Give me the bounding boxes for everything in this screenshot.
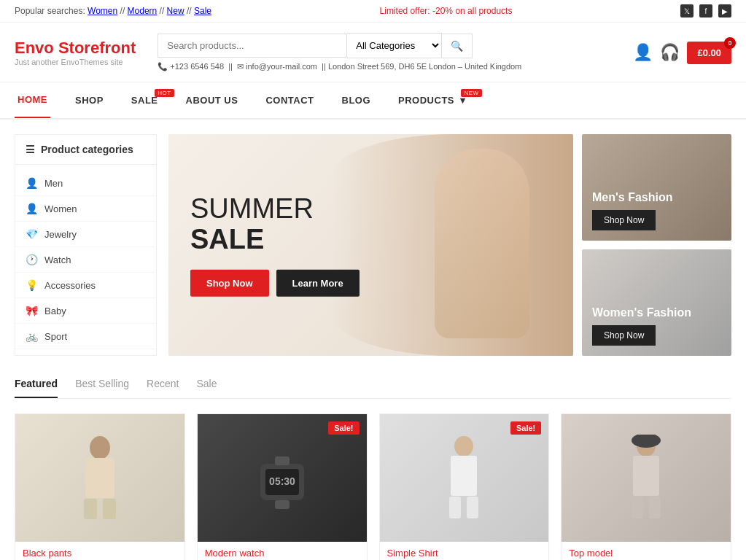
offer-text: Limited offer: -20% on all products	[380, 6, 513, 16]
sale-badge: HOT	[155, 89, 174, 97]
product-figure-1	[71, 435, 129, 522]
search-input[interactable]	[158, 34, 347, 58]
product-name-4: Top model	[562, 542, 731, 560]
category-accessories-label: Accessories	[44, 280, 96, 291]
svg-rect-7	[275, 456, 290, 465]
product-name-2: Modern watch	[198, 542, 367, 560]
category-accessories[interactable]: 💡 Accessories	[15, 273, 156, 298]
side-banner-womens: Women's Fashion Shop Now	[582, 249, 731, 356]
main-content: ☰ Product categories 👤 Men 👤 Women 💎 Jew…	[0, 120, 746, 370]
svg-rect-15	[633, 456, 659, 496]
svg-rect-2	[84, 499, 97, 519]
baby-icon: 🎀	[26, 305, 37, 316]
category-men[interactable]: 👤 Men	[15, 171, 156, 196]
sport-icon: 🚲	[26, 330, 37, 342]
youtube-icon[interactable]: ▶	[718, 4, 731, 18]
svg-rect-8	[275, 500, 290, 509]
popular-link-modern[interactable]: Modern	[128, 6, 158, 16]
hero-line2: SALE	[190, 224, 264, 254]
hero-shop-now-button[interactable]: Shop Now	[190, 269, 269, 296]
category-list: 👤 Men 👤 Women 💎 Jewelry 🕐 Watch 💡 Access…	[15, 165, 156, 355]
nav-products[interactable]: PRODUCTS NEW ▾	[395, 83, 469, 117]
offer-label: Limited offer: -20% on all products	[380, 6, 513, 16]
product-card-2: 05:30 Sale! Modern watch	[197, 413, 368, 560]
facebook-icon[interactable]: f	[699, 4, 712, 18]
side-banner-2-content: Women's Fashion Shop Now	[592, 306, 691, 346]
product-card-1: Black pants	[15, 413, 185, 560]
tab-featured[interactable]: Featured	[15, 370, 58, 398]
category-jewelry[interactable]: 💎 Jewelry	[15, 222, 156, 247]
hero-buttons: Shop Now Learn More	[190, 269, 360, 296]
phone-number: +123 6546 548	[170, 62, 224, 71]
search-button[interactable]: 🔍	[442, 34, 473, 58]
tab-recent[interactable]: Recent	[147, 370, 179, 398]
hero-learn-more-button[interactable]: Learn More	[276, 269, 360, 296]
popular-link-new[interactable]: New	[167, 6, 184, 16]
svg-rect-11	[449, 497, 461, 518]
category-watch[interactable]: 🕐 Watch	[15, 247, 156, 273]
product-section: Featured Best Selling Recent Sale Black …	[0, 370, 746, 560]
hero-area: SUMMER SALE Shop Now Learn More Men's Fa…	[168, 134, 731, 356]
product-name-3: Simple Shirt	[380, 542, 549, 560]
category-women-label: Women	[44, 203, 77, 214]
category-jewelry-label: Jewelry	[44, 229, 77, 240]
logo-title[interactable]: Envo Storefront	[15, 39, 136, 58]
wishlist-icon[interactable]: 🎧	[660, 43, 680, 61]
sidebar-header: ☰ Product categories	[15, 135, 156, 165]
category-women[interactable]: 👤 Women	[15, 196, 156, 222]
nav-contact[interactable]: CONTACT	[263, 83, 316, 117]
men-icon: 👤	[26, 177, 37, 189]
product-image-1	[15, 414, 184, 542]
category-baby[interactable]: 🎀 Baby	[15, 298, 156, 324]
tab-best-selling[interactable]: Best Selling	[75, 370, 129, 398]
svg-rect-1	[85, 458, 114, 498]
nav-home[interactable]: HOME	[15, 82, 50, 118]
tab-sale[interactable]: Sale	[196, 370, 217, 398]
side-banner-1-button[interactable]: Shop Now	[592, 210, 656, 230]
cart-button[interactable]: 0 £0.00	[687, 42, 731, 64]
svg-rect-3	[103, 499, 116, 519]
category-select[interactable]: All Categories	[347, 33, 442, 58]
category-watch-label: Watch	[44, 254, 71, 265]
product-grid: Black pants 05:30 Sale! Modern watch	[15, 413, 731, 560]
svg-rect-16	[632, 497, 643, 518]
nav-shop[interactable]: SHOP	[72, 83, 106, 117]
svg-rect-12	[467, 497, 478, 518]
nav-blog[interactable]: BLOG	[339, 83, 374, 117]
products-badge: NEW	[461, 89, 481, 97]
cart-badge: 0	[724, 37, 736, 49]
search-section: All Categories 🔍 📞 +123 6546 548 || ✉ in…	[158, 33, 611, 71]
jewelry-icon: 💎	[26, 228, 37, 240]
svg-point-14	[632, 435, 661, 448]
side-banner-2-button[interactable]: Shop Now	[592, 325, 656, 346]
nav-sale[interactable]: SALE HOT	[128, 83, 161, 117]
nav-about[interactable]: ABOUT US	[183, 83, 241, 117]
popular-searches: Popular searches: Women // Modern // New…	[15, 6, 211, 16]
side-banner-mens: Men's Fashion Shop Now	[582, 134, 731, 241]
account-icon[interactable]: 👤	[633, 43, 653, 62]
side-banners: Men's Fashion Shop Now Women's Fashion S…	[582, 134, 731, 356]
product-card-3: Sale! Simple Shirt	[379, 413, 550, 560]
twitter-icon[interactable]: 𝕏	[680, 4, 693, 18]
sidebar: ☰ Product categories 👤 Men 👤 Women 💎 Jew…	[15, 134, 157, 356]
product-sale-badge-2: Sale!	[328, 421, 359, 435]
popular-label: Popular searches:	[15, 6, 85, 16]
side-banner-1-title: Men's Fashion	[592, 190, 672, 204]
category-baby-label: Baby	[44, 306, 66, 316]
logo-subtitle: Just another EnvoThemes site	[15, 58, 136, 66]
svg-rect-10	[451, 456, 477, 496]
sidebar-title: Product categories	[41, 144, 133, 155]
product-figure-3	[435, 435, 493, 522]
main-nav: HOME SHOP SALE HOT ABOUT US CONTACT BLOG…	[0, 82, 746, 120]
popular-link-women[interactable]: Women	[88, 6, 117, 16]
category-men-label: Men	[44, 178, 63, 189]
product-figure-2: 05:30	[249, 446, 315, 511]
header-icons: 👤 🎧 0 £0.00	[633, 43, 731, 62]
side-banner-1-content: Men's Fashion Shop Now	[592, 190, 672, 230]
header: Envo Storefront Just another EnvoThemes …	[0, 23, 746, 82]
hero-line1: SUMMER	[190, 193, 314, 224]
side-banner-2-title: Women's Fashion	[592, 306, 691, 319]
category-sport[interactable]: 🚲 Sport	[15, 324, 156, 349]
popular-link-sale[interactable]: Sale	[194, 6, 211, 16]
category-sport-label: Sport	[44, 331, 67, 342]
